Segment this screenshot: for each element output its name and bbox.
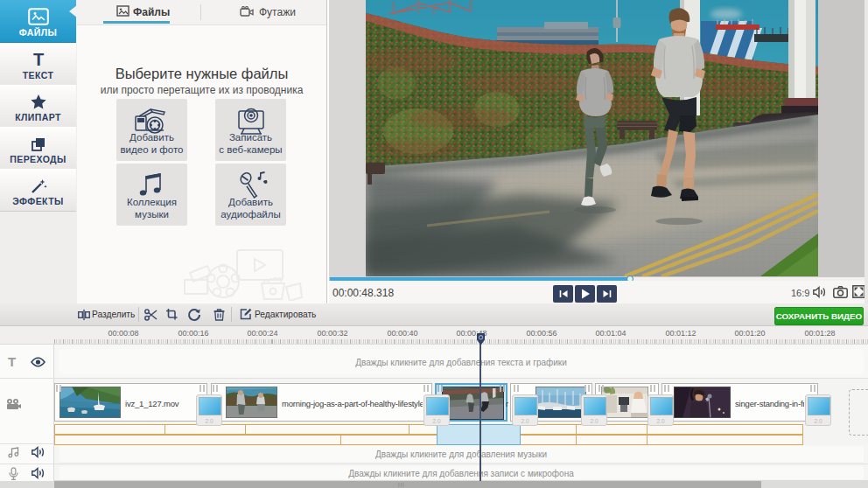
svg-text:T: T [32,51,43,69]
